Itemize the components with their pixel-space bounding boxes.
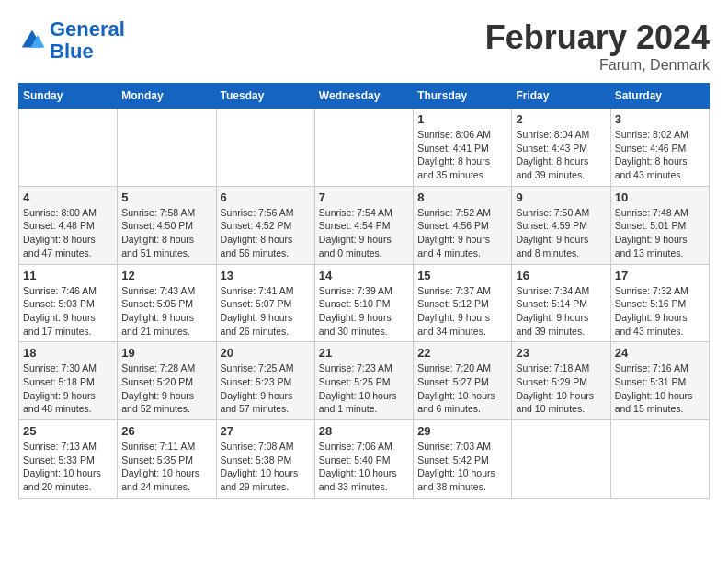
day-number: 1 xyxy=(417,112,507,126)
day-info: Sunrise: 7:06 AM Sunset: 5:40 PM Dayligh… xyxy=(319,440,409,494)
calendar-cell: 3Sunrise: 8:02 AM Sunset: 4:46 PM Daylig… xyxy=(610,109,709,187)
day-info: Sunrise: 7:25 AM Sunset: 5:23 PM Dayligh… xyxy=(221,362,311,416)
weekday-header: Thursday xyxy=(414,84,512,109)
calendar-cell: 19Sunrise: 7:28 AM Sunset: 5:20 PM Dayli… xyxy=(118,342,216,420)
calendar-cell xyxy=(610,420,709,499)
day-info: Sunrise: 7:50 AM Sunset: 4:59 PM Dayligh… xyxy=(516,206,606,260)
calendar-cell: 25Sunrise: 7:13 AM Sunset: 5:33 PM Dayli… xyxy=(19,420,118,499)
weekday-header: Tuesday xyxy=(216,84,314,109)
calendar-cell: 27Sunrise: 7:08 AM Sunset: 5:38 PM Dayli… xyxy=(216,420,314,499)
day-info: Sunrise: 7:32 AM Sunset: 5:16 PM Dayligh… xyxy=(615,284,705,339)
calendar-cell xyxy=(512,420,610,499)
day-number: 29 xyxy=(417,424,507,438)
title-area: February 2024 Farum, Denmark xyxy=(485,18,710,74)
day-number: 20 xyxy=(221,346,311,360)
calendar-cell: 16Sunrise: 7:34 AM Sunset: 5:14 PM Dayli… xyxy=(512,264,610,342)
day-info: Sunrise: 8:04 AM Sunset: 4:43 PM Dayligh… xyxy=(516,128,606,182)
logo-icon xyxy=(18,27,46,54)
calendar-week-row: 1Sunrise: 8:06 AM Sunset: 4:41 PM Daylig… xyxy=(19,109,710,187)
day-info: Sunrise: 7:11 AM Sunset: 5:35 PM Dayligh… xyxy=(121,440,211,494)
day-info: Sunrise: 7:08 AM Sunset: 5:38 PM Dayligh… xyxy=(221,440,311,494)
day-info: Sunrise: 7:18 AM Sunset: 5:29 PM Dayligh… xyxy=(516,362,606,416)
calendar-table: SundayMondayTuesdayWednesdayThursdayFrid… xyxy=(18,83,710,499)
day-number: 2 xyxy=(516,112,606,126)
calendar-cell: 5Sunrise: 7:58 AM Sunset: 4:50 PM Daylig… xyxy=(118,186,216,264)
calendar-cell: 10Sunrise: 7:48 AM Sunset: 5:01 PM Dayli… xyxy=(610,186,709,264)
day-info: Sunrise: 7:41 AM Sunset: 5:07 PM Dayligh… xyxy=(221,284,311,339)
calendar-body: 1Sunrise: 8:06 AM Sunset: 4:41 PM Daylig… xyxy=(19,109,710,499)
day-number: 3 xyxy=(615,112,705,126)
day-info: Sunrise: 8:00 AM Sunset: 4:48 PM Dayligh… xyxy=(23,206,113,260)
calendar-cell: 26Sunrise: 7:11 AM Sunset: 5:35 PM Dayli… xyxy=(118,420,216,499)
logo-line2: Blue xyxy=(50,40,94,63)
calendar-cell: 21Sunrise: 7:23 AM Sunset: 5:25 PM Dayli… xyxy=(314,342,413,420)
day-number: 7 xyxy=(319,190,409,204)
day-number: 24 xyxy=(615,346,705,360)
day-info: Sunrise: 7:23 AM Sunset: 5:25 PM Dayligh… xyxy=(319,362,409,416)
calendar-week-row: 11Sunrise: 7:46 AM Sunset: 5:03 PM Dayli… xyxy=(19,264,710,342)
day-info: Sunrise: 7:56 AM Sunset: 4:52 PM Dayligh… xyxy=(221,206,311,260)
page-subtitle: Farum, Denmark xyxy=(485,57,710,74)
day-info: Sunrise: 7:20 AM Sunset: 5:27 PM Dayligh… xyxy=(417,362,507,416)
day-number: 14 xyxy=(319,269,409,282)
day-info: Sunrise: 7:58 AM Sunset: 4:50 PM Dayligh… xyxy=(121,206,211,260)
calendar-cell: 28Sunrise: 7:06 AM Sunset: 5:40 PM Dayli… xyxy=(314,420,413,499)
calendar-cell: 20Sunrise: 7:25 AM Sunset: 5:23 PM Dayli… xyxy=(216,342,314,420)
day-number: 19 xyxy=(121,346,211,360)
day-number: 17 xyxy=(615,269,705,282)
calendar-cell: 6Sunrise: 7:56 AM Sunset: 4:52 PM Daylig… xyxy=(216,186,314,264)
day-info: Sunrise: 7:03 AM Sunset: 5:42 PM Dayligh… xyxy=(417,440,507,494)
logo-line1: General xyxy=(50,17,125,40)
day-number: 18 xyxy=(23,346,113,360)
day-info: Sunrise: 7:16 AM Sunset: 5:31 PM Dayligh… xyxy=(615,362,705,416)
calendar-cell: 14Sunrise: 7:39 AM Sunset: 5:10 PM Dayli… xyxy=(314,264,413,342)
day-number: 8 xyxy=(417,190,507,204)
day-number: 12 xyxy=(121,269,211,282)
weekday-header: Wednesday xyxy=(314,84,413,109)
day-info: Sunrise: 7:34 AM Sunset: 5:14 PM Dayligh… xyxy=(516,284,606,339)
weekday-header-row: SundayMondayTuesdayWednesdayThursdayFrid… xyxy=(19,84,710,109)
day-info: Sunrise: 8:02 AM Sunset: 4:46 PM Dayligh… xyxy=(615,128,705,182)
day-number: 27 xyxy=(221,424,311,438)
weekday-header: Sunday xyxy=(19,84,118,109)
calendar-cell: 22Sunrise: 7:20 AM Sunset: 5:27 PM Dayli… xyxy=(414,342,512,420)
logo-text: General Blue xyxy=(50,18,125,63)
weekday-header: Friday xyxy=(512,84,610,109)
calendar-cell: 15Sunrise: 7:37 AM Sunset: 5:12 PM Dayli… xyxy=(414,264,512,342)
calendar-cell xyxy=(314,109,413,187)
calendar-cell: 23Sunrise: 7:18 AM Sunset: 5:29 PM Dayli… xyxy=(512,342,610,420)
page-header: General Blue February 2024 Farum, Denmar… xyxy=(18,18,710,74)
calendar-week-row: 4Sunrise: 8:00 AM Sunset: 4:48 PM Daylig… xyxy=(19,186,710,264)
day-number: 11 xyxy=(23,269,113,282)
day-info: Sunrise: 7:52 AM Sunset: 4:56 PM Dayligh… xyxy=(417,206,507,260)
calendar-cell: 17Sunrise: 7:32 AM Sunset: 5:16 PM Dayli… xyxy=(610,264,709,342)
calendar-cell xyxy=(19,109,118,187)
calendar-cell xyxy=(216,109,314,187)
calendar-week-row: 25Sunrise: 7:13 AM Sunset: 5:33 PM Dayli… xyxy=(19,420,710,499)
calendar-week-row: 18Sunrise: 7:30 AM Sunset: 5:18 PM Dayli… xyxy=(19,342,710,420)
calendar-cell: 12Sunrise: 7:43 AM Sunset: 5:05 PM Dayli… xyxy=(118,264,216,342)
day-number: 21 xyxy=(319,346,409,360)
day-number: 10 xyxy=(615,190,705,204)
day-info: Sunrise: 7:43 AM Sunset: 5:05 PM Dayligh… xyxy=(121,284,211,339)
day-number: 9 xyxy=(516,190,606,204)
day-info: Sunrise: 7:28 AM Sunset: 5:20 PM Dayligh… xyxy=(121,362,211,416)
day-number: 28 xyxy=(319,424,409,438)
calendar-cell: 7Sunrise: 7:54 AM Sunset: 4:54 PM Daylig… xyxy=(314,186,413,264)
calendar-cell: 9Sunrise: 7:50 AM Sunset: 4:59 PM Daylig… xyxy=(512,186,610,264)
day-info: Sunrise: 7:46 AM Sunset: 5:03 PM Dayligh… xyxy=(23,284,113,339)
calendar-cell: 13Sunrise: 7:41 AM Sunset: 5:07 PM Dayli… xyxy=(216,264,314,342)
calendar-cell: 11Sunrise: 7:46 AM Sunset: 5:03 PM Dayli… xyxy=(19,264,118,342)
day-number: 5 xyxy=(121,190,211,204)
day-number: 26 xyxy=(121,424,211,438)
day-number: 6 xyxy=(221,190,311,204)
day-number: 13 xyxy=(221,269,311,282)
day-info: Sunrise: 7:37 AM Sunset: 5:12 PM Dayligh… xyxy=(417,284,507,339)
day-info: Sunrise: 7:48 AM Sunset: 5:01 PM Dayligh… xyxy=(615,206,705,260)
day-number: 4 xyxy=(23,190,113,204)
weekday-header: Monday xyxy=(118,84,216,109)
day-info: Sunrise: 7:54 AM Sunset: 4:54 PM Dayligh… xyxy=(319,206,409,260)
calendar-header: SundayMondayTuesdayWednesdayThursdayFrid… xyxy=(19,84,710,109)
calendar-cell: 24Sunrise: 7:16 AM Sunset: 5:31 PM Dayli… xyxy=(610,342,709,420)
day-number: 15 xyxy=(417,269,507,282)
